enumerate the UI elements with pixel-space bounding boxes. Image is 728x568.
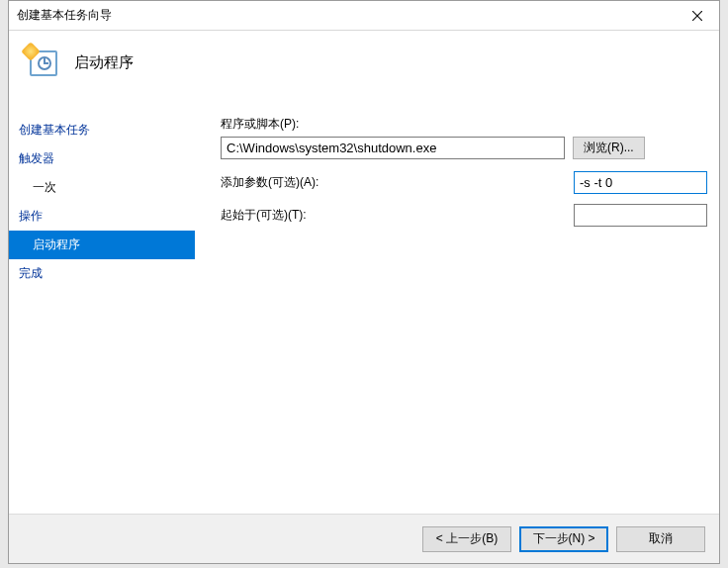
cancel-button[interactable]: 取消 — [616, 526, 705, 552]
wizard-header: 启动程序 — [9, 31, 719, 95]
program-label: 程序或脚本(P): — [221, 116, 299, 133]
wizard-footer: < 上一步(B) 下一步(N) > 取消 — [9, 514, 719, 563]
wizard-window: 创建基本任务向导 启动程序 创建基本任务 触发器 一次 操作 启动程序 完成 — [8, 0, 720, 564]
window-title: 创建基本任务向导 — [17, 7, 675, 24]
sidebar-item-finish[interactable]: 完成 — [9, 259, 195, 288]
startin-input[interactable] — [574, 204, 707, 227]
sidebar-item-start-program[interactable]: 启动程序 — [9, 231, 195, 259]
args-label: 添加参数(可选)(A): — [221, 174, 458, 191]
program-input[interactable] — [221, 137, 565, 159]
args-input[interactable] — [574, 171, 707, 194]
back-button[interactable]: < 上一步(B) — [422, 526, 511, 552]
close-button[interactable] — [675, 1, 719, 31]
content-area: 创建基本任务 触发器 一次 操作 启动程序 完成 程序或脚本(P): 浏览(R)… — [9, 95, 719, 514]
next-button[interactable]: 下一步(N) > — [519, 526, 608, 552]
close-icon — [692, 11, 702, 21]
task-icon — [27, 47, 58, 79]
startin-label: 起始于(可选)(T): — [221, 207, 458, 224]
form-area: 程序或脚本(P): 浏览(R)... 添加参数(可选)(A): 起始于(可选)(… — [195, 116, 719, 514]
sidebar-item-create-task[interactable]: 创建基本任务 — [9, 116, 195, 144]
sidebar-item-action[interactable]: 操作 — [9, 202, 195, 231]
page-title: 启动程序 — [74, 53, 134, 72]
titlebar: 创建基本任务向导 — [9, 1, 719, 31]
wizard-steps-sidebar: 创建基本任务 触发器 一次 操作 启动程序 完成 — [9, 116, 195, 514]
sidebar-item-trigger[interactable]: 触发器 — [9, 144, 195, 173]
sidebar-item-once: 一次 — [9, 173, 195, 202]
browse-button[interactable]: 浏览(R)... — [573, 137, 645, 159]
